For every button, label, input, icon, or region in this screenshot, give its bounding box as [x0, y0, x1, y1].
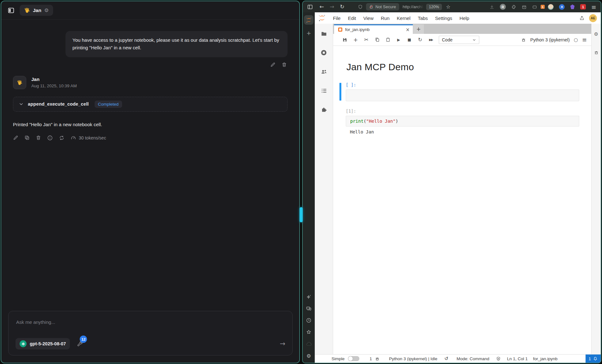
extension-privacy-icon[interactable]: [559, 4, 565, 10]
extension-puzzle-icon[interactable]: [511, 4, 516, 9]
extension-manager-icon[interactable]: [321, 106, 327, 113]
save-icon[interactable]: [339, 37, 350, 42]
vertical-strip-bottom: ⚙: [306, 294, 312, 363]
extension-avatar-icon[interactable]: [548, 4, 554, 10]
edit-response-button[interactable]: [13, 135, 18, 140]
interrupt-kernel-icon[interactable]: ■: [404, 38, 415, 42]
debugger-bug-icon[interactable]: [521, 37, 526, 42]
model-selector[interactable]: gpt-5-2025-08-07: [16, 338, 70, 349]
paste-cells-icon[interactable]: [382, 37, 393, 42]
window-icon[interactable]: [532, 4, 537, 9]
notebook-toolbar: + ✂ ▶ ■ ↻ ▶▶ Code: [333, 34, 591, 46]
menu-kernel[interactable]: Kernel: [393, 15, 414, 21]
copy-response-button[interactable]: [24, 135, 30, 140]
browser-settings-gear-icon[interactable]: ⚙: [307, 353, 311, 359]
history-clock-icon[interactable]: [306, 318, 312, 323]
collaboration-users-icon[interactable]: [320, 68, 327, 75]
extension-crystal-icon[interactable]: [570, 4, 575, 9]
sidebar-toggle-button[interactable]: [8, 7, 15, 14]
edit-message-button[interactable]: [270, 62, 276, 67]
copy-cells-icon[interactable]: [372, 37, 382, 42]
cell-editor-code[interactable]: print("Hello Jan"): [346, 116, 579, 126]
shield-icon[interactable]: [358, 4, 363, 9]
menu-help[interactable]: Help: [456, 15, 473, 21]
thread-title: Jan: [33, 8, 41, 13]
user-avatar[interactable]: AE: [589, 14, 597, 22]
browser-sidebar-toggle-icon[interactable]: [307, 4, 313, 10]
menu-file[interactable]: File: [329, 15, 344, 21]
cell-type-select[interactable]: Code: [439, 36, 479, 44]
jupyter-browser-tab[interactable]: [304, 15, 313, 25]
kernel-status-text[interactable]: Python 3 (ipykernel) | Idle: [389, 356, 438, 361]
jupyterlab-menubar: File Edit View Run Kernel Tabs Settings …: [315, 12, 601, 24]
simple-mode-toggle[interactable]: [348, 356, 359, 361]
bell-icon: [593, 356, 598, 361]
kernel-name[interactable]: Python 3 (ipykernel): [530, 37, 570, 42]
openai-icon: [20, 340, 27, 347]
share-icon[interactable]: [579, 15, 585, 21]
security-label: Not Secure: [375, 4, 396, 9]
cursor-position[interactable]: Ln 1, Col 1: [507, 356, 528, 361]
restart-kernel-icon[interactable]: ↻: [415, 37, 425, 43]
command-mode-text[interactable]: Mode: Command: [456, 356, 489, 361]
statusbar-bug-icon[interactable]: [375, 356, 380, 361]
cloud-icon[interactable]: [306, 341, 312, 347]
ai-sparkle-icon[interactable]: [306, 294, 312, 300]
jupyterlab-app: File Edit View Run Kernel Tabs Settings …: [315, 12, 601, 363]
notebook-tab[interactable]: for_jan.ipynb ×: [334, 24, 413, 34]
terminal-count[interactable]: 1: [369, 356, 372, 361]
run-cell-icon[interactable]: ▶: [393, 38, 404, 42]
notifications-button[interactable]: 1: [586, 355, 601, 363]
reload-button[interactable]: ↻: [340, 4, 344, 9]
back-button[interactable]: ←: [320, 4, 324, 9]
info-button[interactable]: [47, 135, 53, 141]
security-chip[interactable]: Not Secure: [366, 3, 399, 10]
history-icon[interactable]: ↺: [444, 356, 449, 361]
running-kernels-icon[interactable]: [320, 49, 327, 56]
zoom-level-chip[interactable]: 120%: [426, 4, 442, 10]
devices-icon[interactable]: [306, 306, 312, 312]
download-icon[interactable]: [489, 4, 494, 9]
jan-app-window: Jan ⚙ You have access to a jupyter noteb…: [1, 1, 300, 363]
message-input[interactable]: Ask me anything... gpt-5-2025-08-07 12 →: [8, 311, 293, 355]
new-tab-button[interactable]: +: [306, 30, 311, 36]
menu-settings[interactable]: Settings: [431, 15, 456, 21]
browser-menu-icon[interactable]: ≡: [591, 3, 596, 10]
regenerate-button[interactable]: [59, 135, 65, 141]
table-of-contents-icon[interactable]: [321, 88, 327, 94]
menu-edit[interactable]: Edit: [344, 15, 360, 21]
address-bar[interactable]: http://archli: [403, 4, 424, 9]
profile-badge[interactable]: R: [500, 4, 506, 10]
menu-run[interactable]: Run: [377, 15, 393, 21]
property-inspector-icon[interactable]: ⚙: [594, 32, 598, 37]
cut-cells-icon[interactable]: ✂: [361, 37, 372, 43]
toolbar-menu-icon[interactable]: ≡: [582, 36, 587, 43]
forward-button[interactable]: →: [330, 4, 334, 9]
restart-run-all-icon[interactable]: ▶▶: [425, 38, 436, 41]
bookmark-star-icon[interactable]: ☆: [446, 4, 450, 9]
tool-call-accordion[interactable]: append_execute_code_cell Completed: [13, 97, 288, 112]
user-message: You have access to a jupyter notebook, p…: [65, 31, 288, 57]
jupyter-logo-icon: [306, 17, 312, 23]
delete-response-button[interactable]: [36, 135, 41, 140]
thread-title-button[interactable]: Jan ⚙: [20, 5, 53, 16]
archive-box-icon[interactable]: [522, 4, 527, 9]
send-button[interactable]: →: [280, 341, 285, 347]
add-cell-icon[interactable]: +: [350, 37, 361, 43]
chat-area: You have access to a jupyter notebook, p…: [1, 31, 299, 141]
new-launcher-button[interactable]: +: [413, 24, 424, 34]
delete-message-button[interactable]: [282, 62, 287, 67]
cyan-accent-bar: [300, 207, 303, 222]
menu-view[interactable]: View: [360, 15, 377, 21]
kernel-status-icon[interactable]: ○: [574, 37, 578, 43]
thread-settings-icon[interactable]: ⚙: [44, 8, 49, 13]
notification-count-badge[interactable]: 1: [580, 4, 586, 9]
debugger-sidebar-icon[interactable]: [594, 50, 599, 55]
tools-button[interactable]: 12: [77, 341, 83, 347]
browser-chrome: ← → ↻ Not Secure http://archli 120% ☆ R: [303, 1, 601, 12]
file-browser-icon[interactable]: [321, 31, 327, 37]
close-tab-icon[interactable]: ×: [406, 27, 410, 33]
menu-tabs[interactable]: Tabs: [414, 15, 431, 21]
bookmarks-star-icon[interactable]: [306, 329, 312, 335]
cell-editor-empty[interactable]: [346, 89, 579, 101]
